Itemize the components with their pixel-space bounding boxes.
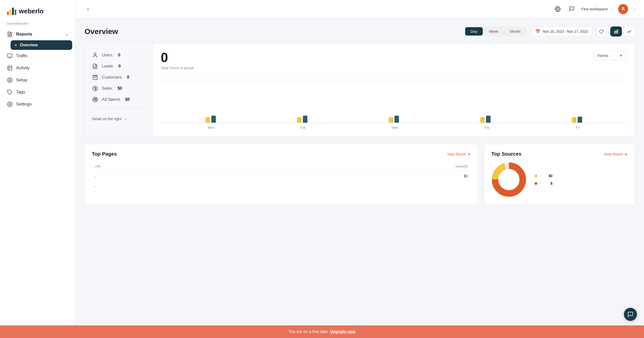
sidebar-item-tags[interactable]: Tags [3, 86, 72, 98]
stat-divider [92, 108, 145, 109]
bar-tue-yellow [297, 117, 302, 123]
svg-point-6 [9, 104, 11, 105]
view-report-icon: ⊕ [468, 152, 471, 156]
main-content: ‹ First workspace ⌄ A ⌄ Overview D [75, 0, 644, 338]
upgrade-link[interactable]: Upgrade now [330, 329, 355, 334]
sidebar: weberlo DASHBOARD Reports ⌄ Overview [0, 0, 75, 338]
stats-chart-card: Users: 0 Leads: 0 [85, 44, 635, 137]
svg-point-13 [94, 53, 96, 55]
customers-label: Customers: [102, 75, 123, 80]
users-label: Users: [102, 53, 113, 57]
bars-row [161, 83, 627, 123]
globe-icon[interactable] [553, 5, 562, 14]
chart-dropdown-label: Forms [598, 53, 609, 58]
table-header-row: URL Sales($) [92, 162, 471, 171]
banner-text: You are on a free plan [289, 329, 328, 334]
bar-group-thu [480, 116, 491, 123]
settings-icon [7, 102, 13, 107]
sales-cell: $0 [247, 171, 471, 181]
sidebar-item-reports-label: Reports [16, 32, 32, 37]
bar-fri-yellow [572, 117, 576, 123]
avatar[interactable]: A [618, 4, 628, 14]
svg-rect-3 [8, 66, 12, 70]
sidebar-item-overview-label: Overview [20, 43, 38, 47]
adspend-value: $0 [125, 97, 130, 102]
period-tabs: Day Week Month [464, 26, 527, 37]
sales-icon [92, 85, 98, 92]
workspace-name: First workspace [581, 7, 608, 11]
label-tue: Tue [300, 126, 306, 129]
detail-link-text: Detail on the right [92, 117, 122, 121]
url-cell: - [92, 171, 247, 181]
svg-point-4 [9, 79, 11, 81]
day-labels: Mon Tue Wed Thu Fri [161, 123, 627, 129]
tags-icon [7, 89, 13, 95]
workspace-selector[interactable]: First workspace ⌄ [581, 7, 613, 11]
donut-chart [491, 162, 527, 197]
users-value: 0 [118, 53, 120, 57]
date-range-selector[interactable]: 📅 Nov 10, 2023 - Nov 17, 2023 [531, 26, 592, 36]
legend-value-red: $ [545, 181, 552, 185]
chart-total: 0 [161, 51, 194, 64]
users-icon [92, 52, 98, 58]
donut-legend: - $0 - $ [535, 174, 552, 185]
logo-icon [7, 7, 16, 15]
subnav-reports: Overview [3, 40, 72, 50]
sidebar-item-activity[interactable]: Activity [3, 62, 72, 74]
line-chart-button[interactable] [623, 26, 635, 37]
chart-dropdown-arrow-icon: ▼ [619, 53, 623, 58]
sidebar-item-traffic[interactable]: Traffic [3, 50, 72, 62]
traffic-icon [7, 53, 13, 59]
sidebar-item-settings-label: Settings [16, 102, 31, 107]
calendar-icon: 📅 [535, 29, 540, 34]
sidebar-item-setup[interactable]: Setup [3, 74, 72, 86]
avatar-chevron-icon[interactable]: ⌄ [633, 7, 636, 11]
sidebar-item-tags-label: Tags [16, 90, 25, 95]
leads-value: 0 [118, 64, 121, 69]
chat-bubble-button[interactable] [624, 308, 637, 321]
stat-adspend: Ad Spend: $0 [92, 96, 145, 103]
sidebar-item-settings[interactable]: Settings [3, 98, 72, 110]
sidebar-item-reports[interactable]: Reports ⌄ [3, 28, 72, 40]
customers-icon [92, 74, 98, 81]
top-sources-view-report-icon: ⊕ [625, 152, 628, 156]
top-pages-title: Top Pages [92, 151, 117, 157]
label-thu: Thu [484, 126, 490, 129]
legend-dot-yellow [535, 175, 537, 177]
refresh-button[interactable] [596, 26, 606, 37]
chart-dropdown[interactable]: Forms ▼ [594, 51, 627, 60]
date-range-text: Nov 10, 2023 - Nov 17, 2023 [543, 29, 588, 33]
bottom-section: Top Pages View Report ⊕ URL Sales($) [85, 144, 635, 205]
tab-month[interactable]: Month [504, 27, 526, 36]
top-pages-view-report[interactable]: View Report ⊕ [447, 152, 471, 156]
sales-value: $0 [117, 86, 122, 91]
legend-value-yellow: $0 [544, 174, 553, 178]
back-button[interactable]: ‹ [84, 5, 93, 14]
sidebar-item-setup-label: Setup [16, 78, 27, 83]
bar-tue-teal [303, 116, 307, 123]
legend-dot-red [535, 182, 537, 185]
label-mon: Mon [208, 126, 214, 129]
activity-icon [7, 65, 13, 71]
overview-header: Overview Day Week Month 📅 Nov 10, 2023 -… [85, 26, 635, 37]
bar-fri-teal [578, 117, 582, 123]
workspace-chevron-icon: ⌄ [610, 7, 613, 11]
bar-mon-yellow [206, 117, 210, 123]
stats-panel: Users: 0 Leads: 0 [85, 44, 153, 137]
detail-link[interactable]: Detail on the right → [92, 117, 145, 121]
top-pages-card: Top Pages View Report ⊕ URL Sales($) [85, 144, 478, 205]
table-row: - [92, 181, 471, 192]
bar-mon-teal [211, 116, 216, 123]
stat-leads: Leads: 0 [92, 63, 145, 70]
sidebar-item-overview[interactable]: Overview [11, 40, 72, 50]
top-pages-table: URL Sales($) - $0 - [92, 162, 471, 192]
chart-area: 0 Total Forms in period Forms ▼ [153, 44, 635, 137]
tab-day[interactable]: Day [465, 27, 483, 36]
bar-chart-button[interactable] [610, 26, 622, 37]
tab-week[interactable]: Week [483, 27, 504, 36]
top-sources-view-report[interactable]: View Report ⊕ [604, 152, 628, 156]
flag-icon[interactable] [567, 5, 576, 14]
chart-type-buttons [610, 26, 635, 37]
dashboard-label: DASHBOARD [0, 22, 75, 28]
bar-group-mon [206, 116, 216, 123]
